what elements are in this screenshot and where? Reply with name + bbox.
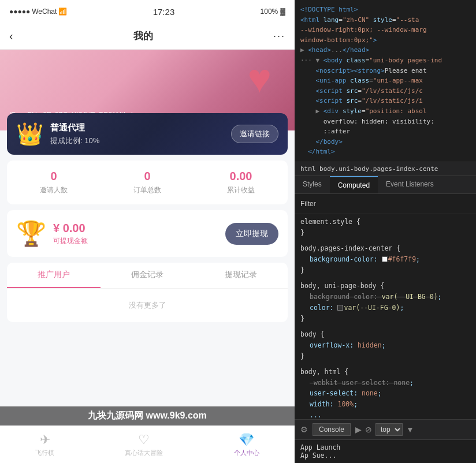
agent-card: 👑 普通代理 提成比例: 10% 邀请链接 bbox=[7, 113, 288, 155]
source-script2[interactable]: <script src="/lv/static/js/i bbox=[300, 96, 470, 106]
more-button[interactable]: ··· bbox=[273, 30, 285, 42]
source-noscript: <noscript><strong>Please enat bbox=[300, 66, 470, 76]
console-bar: ⚙ Console ▶ ⊘ top ▼ bbox=[295, 419, 476, 439]
source-line-head[interactable]: ▶ <head>...</head> bbox=[300, 45, 470, 55]
html-source: <!DOCTYPE html> <html lang="zh-CN" style… bbox=[295, 0, 476, 162]
tab-styles[interactable]: Styles bbox=[295, 176, 330, 193]
withdraw-info: ¥ 0.00 可提现金额 bbox=[53, 222, 218, 246]
source-overflow: overflow: hidden; visibility: bbox=[300, 117, 470, 127]
filter-label: Filter bbox=[300, 197, 470, 210]
source-line-1: <!DOCTYPE html> bbox=[300, 5, 470, 15]
watermark: 九块九源码网 www.9k9.com bbox=[0, 406, 295, 425]
page-title: 我的 bbox=[133, 29, 153, 43]
val-overflow: hidden bbox=[358, 341, 382, 349]
dropdown-icon[interactable]: ▼ bbox=[406, 425, 414, 434]
status-bar: ●●●●● WeChat 📶 17:23 100% ▓ bbox=[0, 0, 295, 23]
prop-webkit-user: -webkit-user-select: none bbox=[310, 379, 410, 387]
source-uni-app: <uni-app class="uni-app--max bbox=[300, 76, 470, 86]
app-sue-label: Ap Sue... bbox=[300, 451, 470, 460]
tab-withdraw-records[interactable]: 提现记录 bbox=[194, 263, 288, 288]
rule-body-center: body.pages-index-center { background-col… bbox=[300, 243, 470, 276]
signal-dots: ●●●●● bbox=[9, 8, 30, 16]
selector-body-html: body, html { bbox=[300, 368, 348, 376]
source-close-html: </html> bbox=[300, 147, 470, 157]
source-div[interactable]: ▶ <div style="position: absol bbox=[300, 106, 470, 117]
wechat-label: WeChat bbox=[32, 8, 57, 16]
source-line-body[interactable]: ··· ▼ <body class="uni-body pages-ind bbox=[300, 55, 470, 66]
chess-icon: ✈ bbox=[35, 432, 54, 447]
selector-body-overflow: body { bbox=[300, 330, 325, 338]
profile-label: 个人中心 bbox=[234, 449, 259, 457]
rule-body-uni: body, uni-page-body { background-color: … bbox=[300, 281, 470, 324]
app-launch-label: App Launch bbox=[300, 443, 470, 451]
prop-bg-strikethrough: background-color: var(--UI-BG-0) bbox=[310, 293, 438, 301]
truth-icon: ♡ bbox=[125, 432, 163, 447]
agent-title: 普通代理 bbox=[50, 122, 224, 133]
rule-body-html: body, html { -webkit-user-select: none; … bbox=[300, 367, 470, 419]
withdraw-amount: ¥ 0.00 bbox=[53, 222, 218, 235]
nav-item-truth[interactable]: ♡ 真心话大冒险 bbox=[125, 432, 163, 457]
rule-body-overflow: body { overflow-x: hidden; } bbox=[300, 329, 470, 362]
console-button[interactable]: Console bbox=[313, 423, 351, 436]
signal-area: ●●●●● WeChat 📶 bbox=[9, 8, 67, 16]
devtools-panel: <!DOCTYPE html> <html lang="zh-CN" style… bbox=[295, 0, 476, 463]
crown-icon: 👑 bbox=[16, 121, 43, 147]
tab-event-listeners[interactable]: Event Listeners bbox=[378, 176, 442, 193]
battery-icon: ▓ bbox=[280, 8, 285, 16]
stat-orders-label: 订单总数 bbox=[133, 185, 161, 195]
tabs-section: 推广用户 佣金记录 提现记录 没有更多了 bbox=[7, 263, 288, 322]
selector-body-center: body.pages-index-center { bbox=[300, 244, 400, 252]
mobile-panel: ●●●●● WeChat 📶 17:23 100% ▓ ‹ 我的 ··· ♥ I… bbox=[0, 0, 295, 463]
profile-icon: 💎 bbox=[234, 432, 259, 447]
nav-item-profile[interactable]: 💎 个人中心 bbox=[234, 432, 259, 457]
prop-bg-color: background-color: #f6f7f9; bbox=[300, 255, 420, 263]
agent-info: 普通代理 提成比例: 10% bbox=[50, 122, 224, 146]
stat-invites-value: 0 bbox=[40, 170, 68, 183]
tabs-header: 推广用户 佣金记录 提现记录 bbox=[7, 263, 288, 289]
stat-invites-label: 邀请人数 bbox=[40, 185, 68, 195]
selector-element: element.style { bbox=[300, 218, 360, 226]
source-script1[interactable]: <script src="/lv/static/js/c bbox=[300, 86, 470, 96]
breadcrumb: html body.uni-body.pages-index-cente bbox=[295, 162, 476, 176]
context-select[interactable]: top bbox=[375, 423, 403, 436]
filter-row: Filter bbox=[295, 194, 476, 214]
val-color-var: var(--UI-FG-0) bbox=[337, 304, 400, 312]
tab-commission-records[interactable]: 佣金记录 bbox=[101, 263, 194, 288]
val-bg-color: #f6f7f9 bbox=[382, 255, 416, 263]
brace-close-1: } bbox=[300, 229, 304, 237]
time-display: 17:23 bbox=[153, 7, 175, 17]
stat-invites: 0 邀请人数 bbox=[40, 170, 68, 195]
nav-item-chess[interactable]: ✈ 飞行棋 bbox=[35, 432, 54, 457]
source-line-3: --window-right:0px; --window-marg bbox=[300, 25, 470, 35]
stat-orders: 0 订单总数 bbox=[133, 170, 161, 195]
chess-label: 飞行棋 bbox=[35, 449, 54, 457]
source-after: ::after bbox=[300, 126, 470, 137]
app-launch-section: App Launch Ap Sue... bbox=[295, 439, 476, 463]
battery-area: 100% ▓ bbox=[261, 8, 285, 16]
wifi-icon: 📶 bbox=[58, 8, 67, 16]
block-icon[interactable]: ⊘ bbox=[365, 425, 372, 434]
withdraw-section: 🏆 ¥ 0.00 可提现金额 立即提现 bbox=[7, 210, 288, 257]
console-controls: ▶ ⊘ top ▼ bbox=[355, 423, 414, 436]
no-more-text: 没有更多了 bbox=[7, 289, 288, 322]
stat-orders-value: 0 bbox=[133, 170, 161, 183]
withdraw-label: 可提现金额 bbox=[53, 236, 218, 246]
tab-computed[interactable]: Computed bbox=[330, 176, 378, 193]
tab-promote-users[interactable]: 推广用户 bbox=[7, 263, 101, 288]
invite-link-button[interactable]: 邀请链接 bbox=[231, 125, 278, 143]
withdraw-button[interactable]: 立即提现 bbox=[225, 223, 278, 245]
back-button[interactable]: ‹ bbox=[9, 29, 13, 43]
stat-earnings-value: 0.00 bbox=[227, 170, 255, 183]
source-close-body: </body> bbox=[300, 137, 470, 147]
brace-close-2: } bbox=[300, 266, 304, 274]
trophy-icon: 🏆 bbox=[16, 219, 46, 248]
play-icon[interactable]: ▶ bbox=[355, 425, 362, 434]
devtools-tabs: Styles Computed Event Listeners bbox=[295, 176, 476, 194]
battery-pct: 100% bbox=[261, 8, 278, 16]
stats-section: 0 邀请人数 0 订单总数 0.00 累计收益 bbox=[7, 160, 288, 204]
agent-ratio: 提成比例: 10% bbox=[50, 136, 224, 146]
stat-earnings-label: 累计收益 bbox=[227, 185, 255, 195]
selector-body-uni: body, uni-page-body { bbox=[300, 282, 384, 290]
settings-icon[interactable]: ⚙ bbox=[300, 425, 308, 434]
nav-bar: ‹ 我的 ··· bbox=[0, 23, 295, 50]
